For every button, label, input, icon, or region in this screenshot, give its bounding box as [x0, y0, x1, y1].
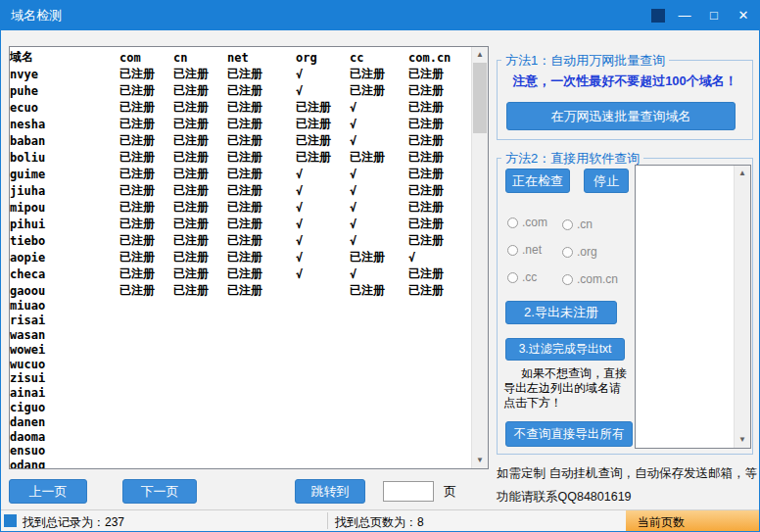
radio-circle-icon	[562, 247, 573, 258]
status-cell	[350, 459, 408, 468]
result-listbox[interactable]: ▲ ▼	[635, 165, 751, 449]
domain-cell: nvye	[10, 66, 119, 82]
table-scrollbar-thumb[interactable]	[473, 63, 487, 133]
scroll-down-icon[interactable]: ▼	[472, 453, 488, 468]
export-all-button[interactable]: 不查询直接导出所有	[505, 421, 633, 447]
table-row[interactable]: boliu 已注册 已注册 已注册 已注册 已注册 已注册	[10, 149, 471, 166]
domain-table[interactable]: 域名 com cn net org cc com.cn nvye 已注册 已注册…	[9, 46, 489, 469]
table-header-row: 域名 com cn net org cc com.cn	[10, 49, 471, 66]
status-cell	[296, 414, 350, 429]
table-row[interactable]: risai	[10, 314, 471, 328]
page-jump-input[interactable]	[383, 481, 434, 502]
checking-button[interactable]: 正在检查	[505, 169, 570, 193]
scroll-down-icon[interactable]: ▼	[735, 432, 750, 448]
table-row[interactable]: zisui	[10, 371, 471, 386]
listbox-scrollbar-track[interactable]	[735, 181, 750, 432]
app-window: 域名检测 — □ ✕ 域名 com cn net	[0, 0, 760, 532]
radio-net[interactable]: .net	[507, 243, 542, 257]
table-row[interactable]: mipou 已注册 已注册 已注册 √ √ 已注册	[10, 199, 471, 216]
table-scrollbar-track[interactable]	[472, 63, 488, 453]
method2-group: 方法2：直接用软件查询 正在检查 停止 .com .cn .net .org .…	[497, 158, 753, 455]
table-row[interactable]: baban 已注册 已注册 已注册 已注册 √ 已注册	[10, 132, 471, 149]
domain-cell: boliu	[10, 149, 119, 166]
radio-cn[interactable]: .cn	[562, 218, 593, 231]
filter-export-txt-button[interactable]: 3.过滤完成导出txt	[505, 338, 625, 361]
status-bar: 找到总记录为：237 找到总页数为：8 当前页数	[1, 509, 759, 531]
table-row[interactable]: ensuo	[10, 444, 471, 459]
table-row[interactable]: checa 已注册 已注册 已注册 √ √ 已注册	[10, 266, 471, 282]
scroll-up-icon[interactable]: ▲	[472, 47, 488, 63]
table-row[interactable]: daoma	[10, 429, 471, 444]
status-cell	[227, 444, 296, 459]
table-row[interactable]: ciguo	[10, 401, 471, 415]
domain-cell: ensuo	[10, 444, 119, 459]
table-row[interactable]: danen	[10, 414, 471, 429]
table-row[interactable]: nesha 已注册 已注册 已注册 已注册 √ 已注册	[10, 116, 471, 132]
table-row[interactable]: tiebo 已注册 已注册 已注册 √ √ 已注册	[10, 232, 471, 249]
prev-page-button[interactable]: 上一页	[9, 479, 87, 504]
status-cell: 已注册	[408, 182, 471, 199]
table-row[interactable]: guime 已注册 已注册 已注册 √ √ 已注册	[10, 166, 471, 182]
table-row[interactable]: aopie 已注册 已注册 已注册 √ 已注册 √	[10, 249, 471, 266]
radio-org[interactable]: .org	[562, 245, 597, 259]
status-cell	[227, 357, 296, 371]
status-cell: 已注册	[408, 199, 471, 216]
status-cell: √	[296, 82, 350, 99]
status-cell: √	[350, 182, 408, 199]
minimize-button[interactable]: —	[675, 6, 694, 25]
status-cell: 已注册	[408, 82, 471, 99]
jump-to-button[interactable]: 跳转到	[295, 479, 365, 504]
table-row[interactable]: pihui 已注册 已注册 已注册 √ √ 已注册	[10, 216, 471, 232]
status-cell	[408, 401, 471, 415]
status-cell: 已注册	[173, 82, 227, 99]
radio-com[interactable]: .com	[507, 216, 547, 229]
status-cell: 已注册	[173, 182, 227, 199]
status-cell: √	[296, 249, 350, 266]
status-cell	[296, 357, 350, 371]
status-divider	[327, 512, 328, 529]
status-cell	[173, 357, 227, 371]
status-cell: √	[350, 266, 408, 282]
next-page-button[interactable]: 下一页	[122, 479, 197, 504]
status-cell: 已注册	[173, 199, 227, 216]
table-row[interactable]: miuao	[10, 299, 471, 314]
status-cell	[173, 371, 227, 386]
scroll-up-icon[interactable]: ▲	[735, 166, 750, 181]
table-row[interactable]: gaoou 已注册 已注册 已注册 已注册 已注册	[10, 282, 471, 299]
status-cell	[296, 371, 350, 386]
table-row[interactable]: nvye 已注册 已注册 已注册 √ 已注册 已注册	[10, 66, 471, 82]
result-listbox-content	[636, 166, 734, 448]
status-cell: 已注册	[408, 166, 471, 182]
table-row[interactable]: odang	[10, 459, 471, 468]
status-cell: 已注册	[227, 199, 296, 216]
status-cell	[350, 429, 408, 444]
radio-com-cn-label: .com.cn	[577, 272, 618, 286]
export-unregistered-button[interactable]: 2.导出未注册	[505, 301, 617, 324]
table-row[interactable]: puhe 已注册 已注册 已注册 √ 已注册 已注册	[10, 82, 471, 99]
close-button[interactable]: ✕	[734, 6, 753, 25]
stop-button[interactable]: 停止	[584, 169, 629, 193]
status-cell	[408, 357, 471, 371]
radio-cc[interactable]: .cc	[507, 270, 537, 284]
status-cell: 已注册	[296, 149, 350, 166]
status-cell	[350, 444, 408, 459]
method2-title: 方法2：直接用软件查询	[501, 150, 643, 168]
table-row[interactable]: jiuha 已注册 已注册 已注册 √ √ 已注册	[10, 182, 471, 199]
status-current-page: 当前页数	[626, 510, 759, 531]
table-row[interactable]: ainai	[10, 386, 471, 401]
table-row[interactable]: wucuo	[10, 357, 471, 371]
table-row[interactable]: wowei	[10, 342, 471, 357]
domain-cell: miuao	[10, 299, 119, 314]
status-cell	[119, 444, 173, 459]
status-cell	[119, 328, 173, 343]
listbox-scrollbar[interactable]: ▲ ▼	[734, 166, 750, 448]
status-cell	[408, 328, 471, 343]
table-row[interactable]: wasan	[10, 328, 471, 343]
table-scrollbar[interactable]: ▲ ▼	[471, 47, 488, 468]
table-row[interactable]: ecuo 已注册 已注册 已注册 已注册 √ 已注册	[10, 99, 471, 116]
column-header-cn: cn	[173, 49, 227, 66]
maximize-button[interactable]: □	[704, 6, 724, 25]
wanwang-batch-query-button[interactable]: 在万网迅速批量查询域名	[506, 102, 736, 130]
radio-com-cn[interactable]: .com.cn	[562, 272, 618, 286]
titlebar-extra-button[interactable]	[651, 9, 665, 23]
